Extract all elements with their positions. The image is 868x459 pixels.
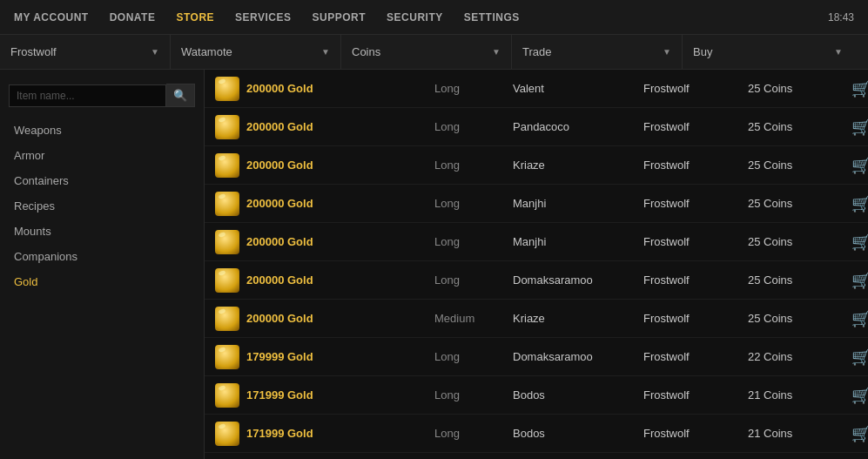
table-row[interactable]: 200000 Gold Long Valent Frostwolf 25 Coi… — [205, 70, 868, 108]
cell-realm: Frostwolf — [643, 350, 748, 363]
rows-container: 200000 Gold Long Valent Frostwolf 25 Coi… — [205, 70, 868, 459]
buy-button[interactable]: 🛒 — [844, 344, 868, 370]
cell-seller: Valent — [513, 82, 643, 95]
nav-services[interactable]: SERVICES — [235, 11, 291, 24]
search-button[interactable]: 🔍 — [166, 84, 195, 107]
sidebar-item-mounts[interactable]: Mounts — [0, 219, 204, 244]
cell-seller: Bodos — [513, 388, 643, 402]
table-row[interactable]: 200000 Gold Medium Kriaze Frostwolf 25 C… — [205, 300, 868, 338]
nav-links: MY ACCOUNT DONATE STORE SERVICES SUPPORT… — [14, 11, 520, 24]
sidebar-item-gold[interactable]: Gold — [0, 269, 204, 294]
cell-item: 179999 Gold — [208, 345, 434, 369]
cell-seller: Domaksaramoo — [513, 350, 643, 363]
gold-icon — [215, 422, 239, 446]
item-name: 200000 Gold — [246, 82, 313, 95]
content-area: 200000 Gold Long Valent Frostwolf 25 Coi… — [205, 70, 868, 459]
nav-security[interactable]: SECURITY — [387, 11, 443, 24]
table-row[interactable]: 200000 Gold Long Domaksaramoo Frostwolf … — [205, 261, 868, 300]
nav-settings[interactable]: SETTINGS — [464, 11, 520, 24]
buy-button[interactable]: 🛒 — [844, 76, 868, 102]
table-row[interactable]: 200000 Gold Long Kriaze Frostwolf 25 Coi… — [205, 146, 868, 185]
cell-buy: 🛒 — [835, 344, 868, 370]
nav-donate[interactable]: DONATE — [110, 11, 156, 24]
item-name: 200000 Gold — [246, 159, 313, 172]
buy-button[interactable]: 🛒 — [844, 114, 868, 140]
buy-button[interactable]: 🛒 — [844, 191, 868, 217]
item-name: 200000 Gold — [246, 197, 313, 210]
cell-item: 200000 Gold — [208, 307, 434, 331]
cell-price: 21 Coins — [748, 427, 835, 440]
cell-realm: Frostwolf — [643, 427, 748, 440]
seller-chevron-icon: ▼ — [321, 47, 330, 57]
buy-button[interactable]: 🛒 — [844, 421, 868, 447]
buy-button[interactable]: 🛒 — [844, 306, 868, 332]
cell-seller: Kriaze — [513, 159, 643, 172]
cell-price: 25 Coins — [748, 235, 835, 248]
sidebar-item-recipes[interactable]: Recipes — [0, 193, 204, 219]
item-name: 171999 Gold — [246, 427, 313, 440]
cell-item: 200000 Gold — [208, 268, 434, 293]
sidebar-item-weapons[interactable]: Weapons — [0, 118, 204, 143]
gold-icon — [215, 345, 239, 369]
search-input[interactable] — [9, 84, 166, 107]
realm-value: Frostwolf — [10, 45, 57, 58]
cell-buy: 🛒 — [835, 382, 868, 408]
buy-value: Buy — [693, 45, 712, 58]
item-name: 179999 Gold — [246, 350, 313, 363]
cell-duration: Long — [434, 120, 513, 133]
gold-icon — [215, 383, 239, 408]
table-row[interactable]: 200000 Gold Long Manjhi Frostwolf 25 Coi… — [205, 185, 868, 223]
cell-duration: Long — [434, 273, 513, 287]
sidebar: 🔍 Weapons Armor Containers Recipes Mount… — [0, 70, 205, 459]
cell-price: 25 Coins — [748, 197, 835, 210]
buy-filter[interactable]: Buy ▼ — [683, 35, 853, 69]
seller-filter[interactable]: Watamote ▼ — [171, 35, 341, 69]
buy-chevron-icon: ▼ — [834, 47, 843, 57]
search-row: 🔍 — [9, 84, 195, 107]
filter-bar: Frostwolf ▼ Watamote ▼ Coins ▼ Trade ▼ B… — [0, 35, 868, 70]
trade-filter[interactable]: Trade ▼ — [512, 35, 683, 69]
cell-buy: 🛒 — [835, 229, 868, 255]
sidebar-item-companions[interactable]: Companions — [0, 244, 204, 269]
realm-filter[interactable]: Frostwolf ▼ — [0, 35, 171, 69]
cell-realm: Frostwolf — [643, 82, 748, 95]
currency-value: Coins — [352, 45, 380, 58]
nav-my-account[interactable]: MY ACCOUNT — [14, 11, 89, 24]
gold-icon — [215, 77, 239, 101]
cell-buy: 🛒 — [835, 421, 868, 447]
trade-chevron-icon: ▼ — [663, 47, 671, 57]
table-row[interactable]: 171999 Gold Long Bodos Frostwolf 21 Coin… — [205, 415, 868, 453]
cell-seller: Manjhi — [513, 197, 643, 210]
table-row[interactable]: 171999 Gold Long Bodos Frostwolf 21 Coin… — [205, 376, 868, 415]
table-row[interactable]: 200000 Gold Long Pandacoco Frostwolf 25 … — [205, 108, 868, 146]
item-name: 171999 Gold — [246, 388, 313, 402]
seller-value: Watamote — [181, 45, 232, 58]
currency-filter[interactable]: Coins ▼ — [341, 35, 512, 69]
cell-duration: Long — [434, 197, 513, 210]
table-row[interactable]: 179999 Gold Long Domaksaramoo Frostwolf … — [205, 338, 868, 376]
cell-duration: Long — [434, 159, 513, 172]
cell-buy: 🛒 — [835, 267, 868, 294]
sidebar-item-armor[interactable]: Armor — [0, 143, 204, 168]
sidebar-item-containers[interactable]: Containers — [0, 168, 204, 193]
buy-button[interactable]: 🛒 — [844, 382, 868, 408]
table-row[interactable]: 200000 Gold Long Manjhi Frostwolf 25 Coi… — [205, 223, 868, 261]
buy-button[interactable]: 🛒 — [844, 267, 868, 294]
cell-seller: Bodos — [513, 427, 643, 440]
cell-duration: Long — [434, 427, 513, 440]
nav-store[interactable]: STORE — [176, 11, 214, 24]
item-name: 200000 Gold — [246, 120, 313, 133]
cell-seller: Pandacoco — [513, 120, 643, 133]
nav-support[interactable]: SUPPORT — [313, 11, 367, 24]
buy-button[interactable]: 🛒 — [844, 229, 868, 255]
cell-item: 200000 Gold — [208, 230, 434, 254]
buy-button[interactable]: 🛒 — [844, 152, 868, 179]
cell-item: 171999 Gold — [208, 422, 434, 446]
gold-icon — [215, 230, 239, 254]
cell-price: 25 Coins — [748, 159, 835, 172]
cell-duration: Long — [434, 388, 513, 402]
cell-price: 25 Coins — [748, 82, 835, 95]
currency-chevron-icon: ▼ — [492, 47, 501, 57]
cell-realm: Frostwolf — [643, 120, 748, 133]
cell-price: 22 Coins — [748, 350, 835, 363]
